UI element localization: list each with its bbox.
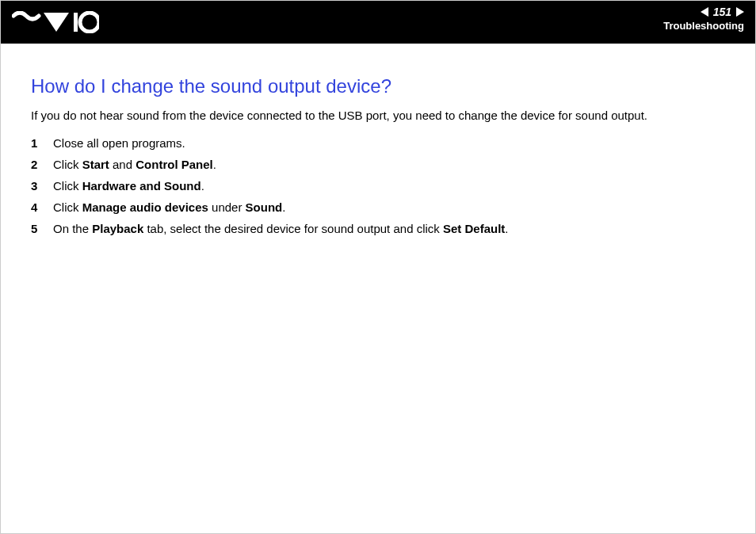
step-text: Click Start and Control Panel. [53, 158, 216, 171]
section-label: Troubleshooting [663, 20, 744, 32]
step-item: 4Click Manage audio devices under Sound. [31, 200, 725, 214]
svg-rect-0 [74, 13, 78, 32]
step-number: 4 [31, 200, 53, 214]
page-number: 151 [712, 6, 733, 18]
intro-text: If you do not hear sound from the device… [31, 109, 725, 122]
page-content: How do I change the sound output device?… [1, 44, 755, 235]
header-bar: 151 Troubleshooting [1, 1, 755, 44]
step-text: On the Playback tab, select the desired … [53, 222, 509, 235]
step-item: 5On the Playback tab, select the desired… [31, 222, 725, 235]
step-item: 2Click Start and Control Panel. [31, 158, 725, 171]
next-page-icon[interactable] [736, 7, 744, 17]
step-text: Click Hardware and Sound. [53, 179, 204, 193]
prev-page-icon[interactable] [701, 7, 708, 17]
step-number: 2 [31, 158, 53, 171]
vaio-logo [12, 11, 99, 33]
step-text: Click Manage audio devices under Sound. [53, 200, 285, 214]
step-item: 3Click Hardware and Sound. [31, 179, 725, 193]
step-number: 3 [31, 179, 53, 193]
page-title: How do I change the sound output device? [31, 75, 725, 97]
step-text: Close all open programs. [53, 136, 185, 150]
svg-point-1 [80, 13, 99, 32]
page-navigator: 151 [701, 6, 744, 18]
steps-list: 1Close all open programs.2Click Start an… [31, 136, 725, 235]
step-number: 1 [31, 136, 53, 150]
step-number: 5 [31, 222, 53, 235]
step-item: 1Close all open programs. [31, 136, 725, 150]
